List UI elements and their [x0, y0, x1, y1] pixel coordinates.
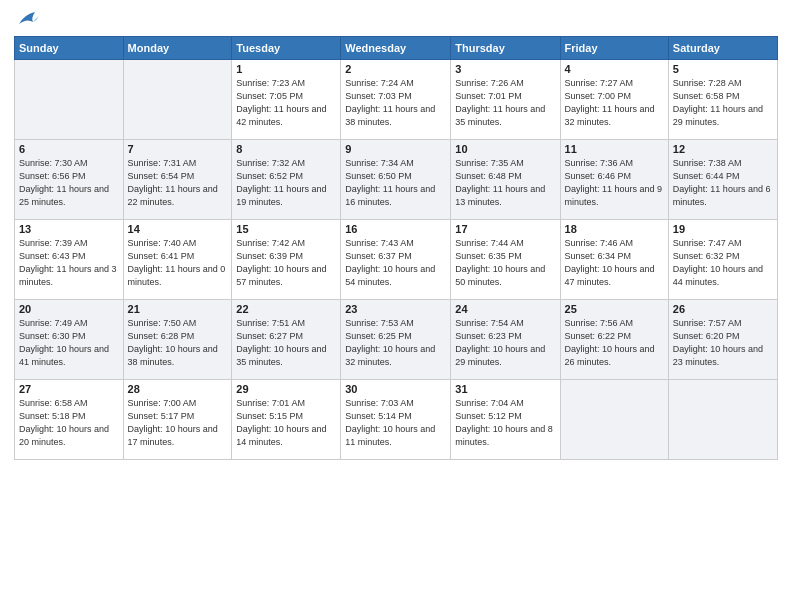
day-info: Sunrise: 7:28 AM Sunset: 6:58 PM Dayligh…	[673, 77, 773, 129]
col-header-thursday: Thursday	[451, 37, 560, 60]
day-number: 5	[673, 63, 773, 75]
day-info: Sunrise: 7:27 AM Sunset: 7:00 PM Dayligh…	[565, 77, 664, 129]
logo	[14, 10, 39, 28]
day-number: 13	[19, 223, 119, 235]
day-info: Sunrise: 7:42 AM Sunset: 6:39 PM Dayligh…	[236, 237, 336, 289]
day-number: 28	[128, 383, 228, 395]
day-number: 18	[565, 223, 664, 235]
day-cell: 16Sunrise: 7:43 AM Sunset: 6:37 PM Dayli…	[341, 220, 451, 300]
day-info: Sunrise: 7:43 AM Sunset: 6:37 PM Dayligh…	[345, 237, 446, 289]
day-cell: 24Sunrise: 7:54 AM Sunset: 6:23 PM Dayli…	[451, 300, 560, 380]
calendar-table: SundayMondayTuesdayWednesdayThursdayFrid…	[14, 36, 778, 460]
day-cell: 19Sunrise: 7:47 AM Sunset: 6:32 PM Dayli…	[668, 220, 777, 300]
day-number: 27	[19, 383, 119, 395]
day-info: Sunrise: 7:40 AM Sunset: 6:41 PM Dayligh…	[128, 237, 228, 289]
day-cell: 3Sunrise: 7:26 AM Sunset: 7:01 PM Daylig…	[451, 60, 560, 140]
day-info: Sunrise: 7:01 AM Sunset: 5:15 PM Dayligh…	[236, 397, 336, 449]
day-number: 29	[236, 383, 336, 395]
day-info: Sunrise: 7:56 AM Sunset: 6:22 PM Dayligh…	[565, 317, 664, 369]
day-cell: 7Sunrise: 7:31 AM Sunset: 6:54 PM Daylig…	[123, 140, 232, 220]
day-cell: 8Sunrise: 7:32 AM Sunset: 6:52 PM Daylig…	[232, 140, 341, 220]
day-cell: 18Sunrise: 7:46 AM Sunset: 6:34 PM Dayli…	[560, 220, 668, 300]
day-cell: 5Sunrise: 7:28 AM Sunset: 6:58 PM Daylig…	[668, 60, 777, 140]
day-number: 24	[455, 303, 555, 315]
page: SundayMondayTuesdayWednesdayThursdayFrid…	[0, 0, 792, 612]
day-number: 22	[236, 303, 336, 315]
day-number: 9	[345, 143, 446, 155]
day-number: 6	[19, 143, 119, 155]
day-number: 12	[673, 143, 773, 155]
calendar-header-row: SundayMondayTuesdayWednesdayThursdayFrid…	[15, 37, 778, 60]
day-cell: 13Sunrise: 7:39 AM Sunset: 6:43 PM Dayli…	[15, 220, 124, 300]
day-number: 4	[565, 63, 664, 75]
col-header-saturday: Saturday	[668, 37, 777, 60]
week-row-2: 6Sunrise: 7:30 AM Sunset: 6:56 PM Daylig…	[15, 140, 778, 220]
day-info: Sunrise: 7:51 AM Sunset: 6:27 PM Dayligh…	[236, 317, 336, 369]
day-number: 30	[345, 383, 446, 395]
day-cell: 9Sunrise: 7:34 AM Sunset: 6:50 PM Daylig…	[341, 140, 451, 220]
col-header-friday: Friday	[560, 37, 668, 60]
day-number: 1	[236, 63, 336, 75]
day-info: Sunrise: 7:36 AM Sunset: 6:46 PM Dayligh…	[565, 157, 664, 209]
col-header-wednesday: Wednesday	[341, 37, 451, 60]
day-info: Sunrise: 7:30 AM Sunset: 6:56 PM Dayligh…	[19, 157, 119, 209]
day-info: Sunrise: 7:35 AM Sunset: 6:48 PM Dayligh…	[455, 157, 555, 209]
day-number: 19	[673, 223, 773, 235]
day-info: Sunrise: 7:26 AM Sunset: 7:01 PM Dayligh…	[455, 77, 555, 129]
day-cell: 29Sunrise: 7:01 AM Sunset: 5:15 PM Dayli…	[232, 380, 341, 460]
week-row-4: 20Sunrise: 7:49 AM Sunset: 6:30 PM Dayli…	[15, 300, 778, 380]
week-row-3: 13Sunrise: 7:39 AM Sunset: 6:43 PM Dayli…	[15, 220, 778, 300]
day-number: 7	[128, 143, 228, 155]
day-number: 2	[345, 63, 446, 75]
day-cell	[15, 60, 124, 140]
day-number: 3	[455, 63, 555, 75]
day-info: Sunrise: 7:53 AM Sunset: 6:25 PM Dayligh…	[345, 317, 446, 369]
day-info: Sunrise: 7:49 AM Sunset: 6:30 PM Dayligh…	[19, 317, 119, 369]
day-number: 15	[236, 223, 336, 235]
day-cell: 30Sunrise: 7:03 AM Sunset: 5:14 PM Dayli…	[341, 380, 451, 460]
day-cell: 22Sunrise: 7:51 AM Sunset: 6:27 PM Dayli…	[232, 300, 341, 380]
day-info: Sunrise: 6:58 AM Sunset: 5:18 PM Dayligh…	[19, 397, 119, 449]
day-info: Sunrise: 7:47 AM Sunset: 6:32 PM Dayligh…	[673, 237, 773, 289]
logo-bird-icon	[17, 10, 39, 28]
day-info: Sunrise: 7:44 AM Sunset: 6:35 PM Dayligh…	[455, 237, 555, 289]
day-info: Sunrise: 7:50 AM Sunset: 6:28 PM Dayligh…	[128, 317, 228, 369]
day-number: 10	[455, 143, 555, 155]
day-cell: 25Sunrise: 7:56 AM Sunset: 6:22 PM Dayli…	[560, 300, 668, 380]
week-row-1: 1Sunrise: 7:23 AM Sunset: 7:05 PM Daylig…	[15, 60, 778, 140]
day-info: Sunrise: 7:24 AM Sunset: 7:03 PM Dayligh…	[345, 77, 446, 129]
day-cell: 21Sunrise: 7:50 AM Sunset: 6:28 PM Dayli…	[123, 300, 232, 380]
day-info: Sunrise: 7:03 AM Sunset: 5:14 PM Dayligh…	[345, 397, 446, 449]
day-cell: 26Sunrise: 7:57 AM Sunset: 6:20 PM Dayli…	[668, 300, 777, 380]
day-cell: 17Sunrise: 7:44 AM Sunset: 6:35 PM Dayli…	[451, 220, 560, 300]
day-cell: 28Sunrise: 7:00 AM Sunset: 5:17 PM Dayli…	[123, 380, 232, 460]
day-cell: 4Sunrise: 7:27 AM Sunset: 7:00 PM Daylig…	[560, 60, 668, 140]
week-row-5: 27Sunrise: 6:58 AM Sunset: 5:18 PM Dayli…	[15, 380, 778, 460]
day-info: Sunrise: 7:23 AM Sunset: 7:05 PM Dayligh…	[236, 77, 336, 129]
day-cell: 10Sunrise: 7:35 AM Sunset: 6:48 PM Dayli…	[451, 140, 560, 220]
day-number: 21	[128, 303, 228, 315]
day-cell	[560, 380, 668, 460]
day-info: Sunrise: 7:32 AM Sunset: 6:52 PM Dayligh…	[236, 157, 336, 209]
day-cell	[668, 380, 777, 460]
day-number: 14	[128, 223, 228, 235]
day-info: Sunrise: 7:39 AM Sunset: 6:43 PM Dayligh…	[19, 237, 119, 289]
day-cell: 31Sunrise: 7:04 AM Sunset: 5:12 PM Dayli…	[451, 380, 560, 460]
day-info: Sunrise: 7:31 AM Sunset: 6:54 PM Dayligh…	[128, 157, 228, 209]
day-cell: 20Sunrise: 7:49 AM Sunset: 6:30 PM Dayli…	[15, 300, 124, 380]
day-number: 11	[565, 143, 664, 155]
day-number: 23	[345, 303, 446, 315]
day-cell: 11Sunrise: 7:36 AM Sunset: 6:46 PM Dayli…	[560, 140, 668, 220]
day-cell: 15Sunrise: 7:42 AM Sunset: 6:39 PM Dayli…	[232, 220, 341, 300]
day-cell: 12Sunrise: 7:38 AM Sunset: 6:44 PM Dayli…	[668, 140, 777, 220]
day-number: 26	[673, 303, 773, 315]
day-info: Sunrise: 7:34 AM Sunset: 6:50 PM Dayligh…	[345, 157, 446, 209]
day-info: Sunrise: 7:57 AM Sunset: 6:20 PM Dayligh…	[673, 317, 773, 369]
day-cell: 14Sunrise: 7:40 AM Sunset: 6:41 PM Dayli…	[123, 220, 232, 300]
day-cell: 6Sunrise: 7:30 AM Sunset: 6:56 PM Daylig…	[15, 140, 124, 220]
day-number: 31	[455, 383, 555, 395]
day-number: 16	[345, 223, 446, 235]
day-cell: 1Sunrise: 7:23 AM Sunset: 7:05 PM Daylig…	[232, 60, 341, 140]
day-number: 20	[19, 303, 119, 315]
day-cell: 27Sunrise: 6:58 AM Sunset: 5:18 PM Dayli…	[15, 380, 124, 460]
